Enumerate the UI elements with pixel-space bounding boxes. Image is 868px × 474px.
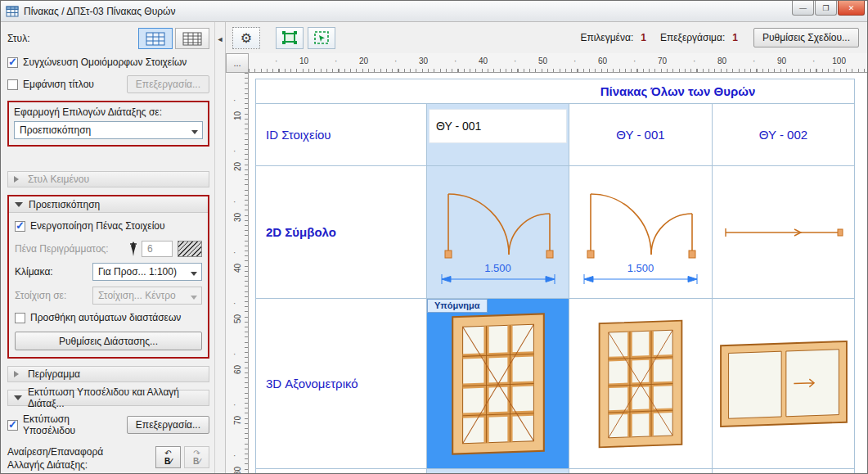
triangle-right-icon [14,176,22,183]
merge-uniform-checkbox[interactable] [7,57,18,68]
schedule-title-cell: Πίνακας Όλων των Θυρών [256,79,855,104]
collapse-sidebar-button[interactable]: ◄ [217,35,224,43]
footer-edit-button[interactable]: Επεξεργασία... [127,416,209,434]
enable-item-pen-checkbox[interactable] [15,221,25,232]
preview-canvas[interactable]: Πίνακας Όλων των Θυρών ID Στοιχείου ΘΥ -… [249,73,867,473]
id-value: ΘΥ - 001 [436,120,481,133]
schedule-cell-cut [569,469,713,473]
pen-color-swatch-button[interactable] [178,241,202,257]
ruler-segment: 80 [226,428,248,474]
align-select[interactable]: Στοίχιση... Κέντρο [92,287,202,305]
ruler-segment: 60 [226,327,248,377]
scale-value: Για Προσ... 1:100) [98,266,187,278]
outline-pen-field[interactable]: 6 [142,241,173,257]
cell-2d-door1[interactable]: 1.500 [427,166,569,299]
preview-panel-highlight: Προεπισκόπηση Ενεργοποίηση Πένας Στοιχεί… [7,195,209,359]
window-title: Πίνακας / ΔΠΣτ-03 Πίνακας Θυρών [24,6,175,17]
vertical-ruler: 1020304050607080 [226,73,249,473]
editable-count-value: 1 [732,32,738,43]
horizontal-ruler: 102030405060708090100 [249,53,867,73]
chevron-down-icon [188,124,200,138]
ruler-number: 10 [249,53,308,72]
cell-3d-door3[interactable] [713,299,855,469]
auto-dimensions-checkbox[interactable] [15,313,25,323]
outline-pen-label: Πένα Περιγράμματος: [15,243,109,255]
undo-arrow-icon: ↶ [164,449,171,458]
enable-item-pen-label: Ενεργοποίηση Πένας Στοιχείου [30,220,165,232]
print-footer-checkbox[interactable] [7,420,18,431]
cell-id-door1[interactable]: ΘΥ - 001 [427,104,569,166]
maximize-button[interactable]: ❐ [815,1,837,16]
ruler-number: 50 [488,53,547,72]
style-preview-view-button[interactable] [138,28,173,49]
ruler-number: 60 [547,53,607,72]
window-3d-drawing [717,335,850,433]
cell-3d-door1[interactable]: Υπόμνημα [427,299,569,469]
section-border[interactable]: Περίγραμμα [7,366,209,382]
ruler-row: ... 102030405060708090100 [226,53,867,73]
schedule-title: Πίνακας Όλων των Θυρών [600,84,755,98]
selected-count-label: Επιλεγμένα: [580,32,633,43]
schedule-cell-cut [713,469,855,473]
show-title-checkbox[interactable] [7,79,18,90]
door-2d-symbol [437,181,560,260]
row-label-2d: 2D Σύμβολο [256,166,427,299]
ruler-segment: 40 [226,225,248,276]
ruler-number: 50 [232,314,241,323]
merge-uniform-label: Συγχώνευση Ομοιόμορφων Στοιχείων [23,56,187,68]
titlebar[interactable]: Πίνακας / ΔΠΣτ-03 Πίνακας Θυρών — ❐ ✕ [1,1,867,22]
ruler-number: 60 [232,365,241,374]
section-preview-label: Προεπισκόπηση [29,199,100,210]
style-table-view-button[interactable] [175,28,209,49]
minimize-button[interactable]: — [792,1,814,16]
ruler-number: 40 [428,53,488,72]
font-pen-icon: B∕ [164,458,172,466]
ruler-number: 80 [232,467,241,474]
id-inline-editor[interactable]: ΘΥ - 001 [429,109,567,143]
cell-2d-door2[interactable]: 1.500 [569,166,713,299]
title-edit-button[interactable]: Επεξεργασία... [127,75,209,93]
style-label: Στυλ: [7,33,29,44]
scheme-settings-button[interactable]: ⚙ [232,27,260,49]
table-view-icon [182,32,202,46]
schedule-window: Πίνακας / ΔΠΣτ-03 Πίνακας Θυρών — ❐ ✕ Στ… [0,0,868,474]
marquee-arrow-icon [313,30,330,45]
drawing-settings-button[interactable]: Ρυθμίσεις Σχεδίου... [753,28,859,47]
ruler-number: 20 [232,162,241,171]
marquee-select-button[interactable] [308,27,335,49]
dimension-settings-button[interactable]: Ρυθμίσεις Διάστασης... [15,332,202,350]
section-footer[interactable]: Εκτύπωση Υποσέλιδου και Αλλαγή Διάταξ... [7,390,209,406]
ruler-segment: 50 [226,276,248,327]
triangle-down-icon [15,202,23,211]
apply-options-select[interactable]: Προεπισκόπηση [14,121,203,139]
door-3d-drawing [595,317,686,451]
close-button[interactable]: ✕ [838,1,865,16]
ruler-segment: 70 [226,377,248,428]
redo-layout-button[interactable]: ↷ B∕ [184,446,209,468]
cell-2d-door3[interactable] [713,166,855,299]
pen-icon [128,241,138,257]
section-preview[interactable]: Προεπισκόπηση [9,196,208,213]
ruler-options-button[interactable]: ... [226,53,249,73]
cell-id-door2[interactable]: ΘΥ - 001 [569,104,713,166]
ruler-segment: 10 [226,73,248,124]
cell-id-door3[interactable]: ΘΥ - 002 [713,104,855,166]
scale-select[interactable]: Για Προσ... 1:100) [92,263,202,281]
ruler-number: 30 [232,213,241,222]
apply-options-value: Προεπισκόπηση [20,124,188,136]
apply-options-label: Εφαρμογή Επιλογών Διάταξης σε: [14,106,203,118]
ruler-segment: 20 [226,124,248,174]
ruler-number: 100 [786,53,846,72]
dimension: 1.500 [437,262,560,284]
undo-layout-button[interactable]: ↶ B∕ [155,446,181,468]
legend-tooltip: Υπόμνημα [427,299,488,313]
selected-count-value: 1 [641,32,646,43]
cell-3d-door2[interactable] [569,299,713,469]
schedule-cell-cut [256,469,427,473]
row-label-3d: 3D Αξονομετρικό [256,299,427,469]
select-elements-button[interactable] [276,27,304,49]
door-schedule-table: Πίνακας Όλων των Θυρών ID Στοιχείου ΘΥ -… [255,79,855,473]
section-text-style[interactable]: Στυλ Κειμένου [7,171,209,187]
ruler-number: 10 [232,111,241,120]
show-title-label: Εμφάνιση τίτλου [23,79,94,90]
